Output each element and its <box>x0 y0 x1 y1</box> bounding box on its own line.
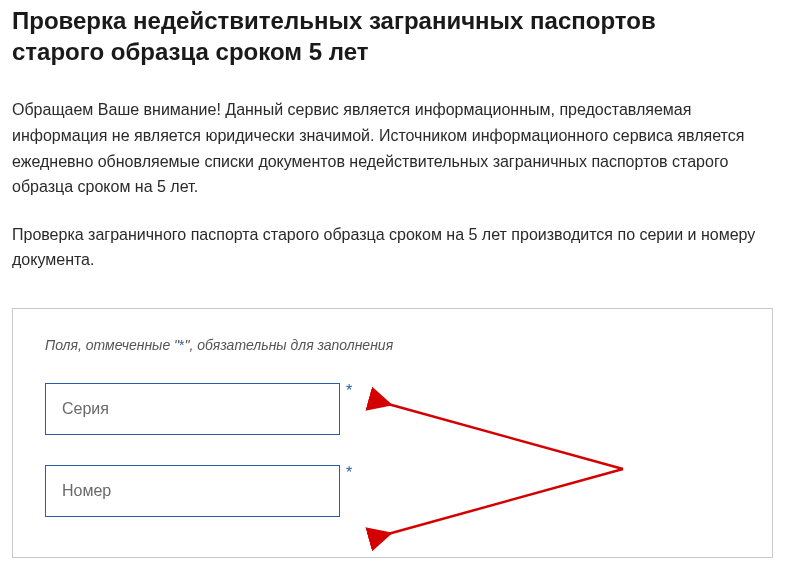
page-title: Проверка недействительных заграничных па… <box>12 5 773 67</box>
series-row: * <box>45 383 740 435</box>
number-required-mark: * <box>346 465 352 481</box>
form-container: Поля, отмеченные "*", обязательны для за… <box>12 308 773 558</box>
notice-paragraph: Обращаем Ваше внимание! Данный сервис яв… <box>12 97 773 199</box>
number-row: * <box>45 465 740 517</box>
required-note: Поля, отмеченные "*", обязательны для за… <box>45 337 740 353</box>
series-required-mark: * <box>346 383 352 399</box>
number-input[interactable] <box>45 465 340 517</box>
instruction-paragraph: Проверка заграничного паспорта старого о… <box>12 222 773 273</box>
required-note-suffix: ", обязательны для заполнения <box>185 337 394 353</box>
series-input[interactable] <box>45 383 340 435</box>
required-note-prefix: Поля, отмеченные " <box>45 337 179 353</box>
